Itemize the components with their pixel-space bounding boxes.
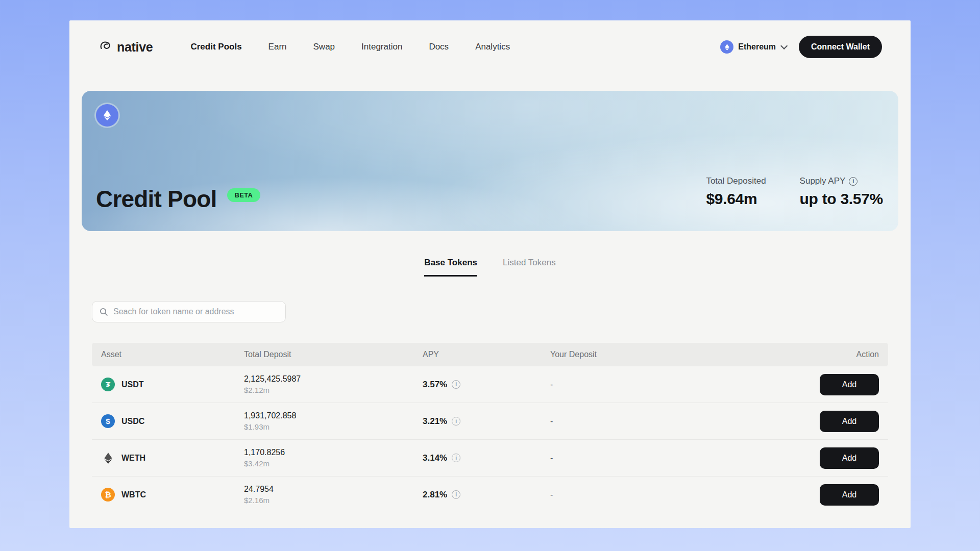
nav-swap[interactable]: Swap	[313, 42, 335, 52]
column-apy: APY	[423, 350, 550, 359]
token-icon: ₿	[101, 488, 115, 502]
table-header: Asset Total Deposit APY Your Deposit Act…	[92, 343, 888, 366]
token-name: USDC	[121, 417, 144, 426]
nav-docs[interactable]: Docs	[429, 42, 449, 52]
add-button[interactable]: Add	[820, 411, 879, 432]
action-cell: Add	[813, 484, 879, 506]
total-deposit-amount: 24.7954	[244, 485, 423, 494]
nav-integration[interactable]: Integration	[361, 42, 402, 52]
stat-total-deposited: Total Deposited $9.64m	[706, 176, 766, 208]
page-title: Credit Pool	[96, 187, 217, 211]
asset-cell: ₿ WBTC	[101, 488, 244, 502]
table-body: ₮ USDT 2,125,425.5987 $2.12m 3.57% i - A…	[92, 366, 888, 513]
total-deposit-usd: $2.16m	[244, 496, 423, 505]
asset-cell: $ USDC	[101, 414, 244, 428]
total-deposit-usd: $3.42m	[244, 459, 423, 468]
your-deposit-cell: -	[550, 380, 813, 389]
tokens-table: Asset Total Deposit APY Your Deposit Act…	[92, 343, 888, 513]
app-card: native Credit Pools Earn Swap Integratio…	[69, 20, 911, 528]
your-deposit-cell: -	[550, 417, 813, 426]
ethereum-badge-icon	[96, 104, 118, 127]
total-deposit-cell: 1,931,702.858 $1.93m	[244, 411, 423, 431]
table-row: ₿ WBTC 24.7954 $2.16m 2.81% i - Add	[92, 477, 888, 513]
column-asset: Asset	[101, 350, 244, 359]
native-logo-icon	[98, 39, 112, 55]
stat-label: Supply APY i	[800, 176, 883, 186]
stat-label: Total Deposited	[706, 176, 766, 186]
total-deposit-amount: 1,931,702.858	[244, 411, 423, 420]
chevron-down-icon	[780, 42, 788, 49]
main-nav: Credit Pools Earn Swap Integration Docs …	[190, 42, 510, 52]
hero-title-row: Credit Pool BETA	[96, 187, 260, 211]
apy-value: 2.81%	[423, 490, 447, 500]
column-your-deposit: Your Deposit	[550, 350, 813, 359]
header-right: Ethereum Connect Wallet	[720, 36, 882, 58]
token-icon: $	[101, 414, 115, 428]
token-name: WETH	[121, 454, 145, 463]
tab-listed-tokens[interactable]: Listed Tokens	[503, 258, 556, 277]
action-cell: Add	[813, 374, 879, 395]
brand-name: native	[117, 40, 153, 55]
beta-badge: BETA	[227, 188, 261, 202]
apy-value: 3.21%	[423, 416, 447, 427]
add-button[interactable]: Add	[820, 374, 879, 395]
ethereum-icon	[720, 40, 733, 54]
total-deposit-usd: $1.93m	[244, 422, 423, 431]
total-deposit-usd: $2.12m	[244, 386, 423, 394]
hero-stats: Total Deposited $9.64m Supply APY i up t…	[706, 176, 883, 208]
asset-cell: WETH	[101, 451, 244, 465]
apy-cell: 2.81% i	[423, 490, 550, 500]
network-label: Ethereum	[738, 42, 776, 52]
asset-cell: ₮ USDT	[101, 378, 244, 391]
stat-value: $9.64m	[706, 190, 766, 208]
apy-cell: 3.21% i	[423, 416, 550, 427]
total-deposit-cell: 2,125,425.5987 $2.12m	[244, 374, 423, 394]
your-deposit-cell: -	[550, 490, 813, 499]
total-deposit-amount: 1,170.8256	[244, 448, 423, 457]
search-input[interactable]	[113, 307, 278, 316]
token-tabs: Base Tokens Listed Tokens	[69, 258, 911, 277]
total-deposit-cell: 1,170.8256 $3.42m	[244, 448, 423, 468]
info-icon[interactable]: i	[849, 177, 857, 186]
apy-cell: 3.57% i	[423, 380, 550, 390]
total-deposit-cell: 24.7954 $2.16m	[244, 485, 423, 505]
nav-credit-pools[interactable]: Credit Pools	[190, 42, 241, 52]
connect-wallet-button[interactable]: Connect Wallet	[799, 36, 882, 58]
table-row: $ USDC 1,931,702.858 $1.93m 3.21% i - Ad…	[92, 403, 888, 440]
header: native Credit Pools Earn Swap Integratio…	[69, 20, 911, 58]
stat-value: up to 3.57%	[800, 190, 883, 208]
network-selector[interactable]: Ethereum	[720, 40, 786, 54]
content: Asset Total Deposit APY Your Deposit Act…	[69, 301, 911, 513]
total-deposit-amount: 2,125,425.5987	[244, 374, 423, 384]
apy-value: 3.14%	[423, 453, 447, 463]
token-icon	[101, 451, 115, 465]
token-icon: ₮	[101, 378, 115, 391]
info-icon[interactable]: i	[452, 417, 460, 425]
tab-base-tokens[interactable]: Base Tokens	[424, 258, 477, 277]
brand-logo[interactable]: native	[98, 39, 153, 55]
hero-banner: Credit Pool BETA Total Deposited $9.64m …	[82, 91, 898, 231]
info-icon[interactable]: i	[452, 380, 460, 389]
stat-supply-apy: Supply APY i up to 3.57%	[800, 176, 883, 208]
token-search[interactable]	[92, 301, 286, 322]
info-icon[interactable]: i	[452, 490, 460, 499]
apy-value: 3.57%	[423, 380, 447, 390]
add-button[interactable]: Add	[820, 484, 879, 506]
add-button[interactable]: Add	[820, 447, 879, 469]
your-deposit-cell: -	[550, 454, 813, 463]
apy-cell: 3.14% i	[423, 453, 550, 463]
token-name: WBTC	[121, 490, 146, 499]
search-icon	[100, 308, 108, 316]
table-row: WETH 1,170.8256 $3.42m 3.14% i - Add	[92, 440, 888, 477]
table-row: ₮ USDT 2,125,425.5987 $2.12m 3.57% i - A…	[92, 366, 888, 403]
nav-analytics[interactable]: Analytics	[475, 42, 510, 52]
nav-earn[interactable]: Earn	[268, 42, 287, 52]
action-cell: Add	[813, 411, 879, 432]
column-total-deposit: Total Deposit	[244, 350, 423, 359]
token-name: USDT	[121, 380, 144, 389]
info-icon[interactable]: i	[452, 454, 460, 462]
action-cell: Add	[813, 447, 879, 469]
column-action: Action	[813, 350, 879, 359]
